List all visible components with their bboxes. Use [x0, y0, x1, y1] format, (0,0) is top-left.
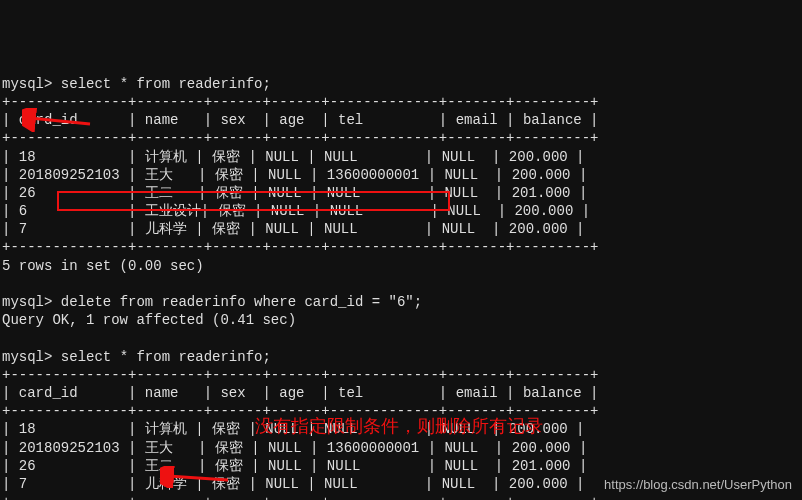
table-sep: +--------------+--------+------+------+-…	[2, 494, 599, 500]
table-row: | 26 | 王二 | 保密 | NULL | NULL | NULL | 20…	[2, 458, 587, 474]
table-row: | 18 | 计算机 | 保密 | NULL | NULL | NULL | 2…	[2, 149, 584, 165]
table-sep: +--------------+--------+------+------+-…	[2, 130, 599, 146]
table-row: | 201809252103 | 王大 | 保密 | NULL | 136000…	[2, 167, 587, 183]
table-row: | 201809252103 | 王大 | 保密 | NULL | 136000…	[2, 440, 587, 456]
sql-select-1: select * from readerinfo;	[61, 76, 271, 92]
table-header: | card_id | name | sex | age | tel | ema…	[2, 112, 599, 128]
table-sep: +--------------+--------+------+------+-…	[2, 367, 599, 383]
prompt: mysql>	[2, 294, 52, 310]
prompt: mysql>	[2, 349, 52, 365]
rows-summary: 5 rows in set (0.00 sec)	[2, 258, 204, 274]
prompt: mysql>	[2, 76, 52, 92]
watermark: https://blog.csdn.net/UserPython	[604, 477, 792, 494]
sql-delete-where: delete from readerinfo where card_id = "…	[61, 294, 422, 310]
table-header: | card_id | name | sex | age | tel | ema…	[2, 385, 599, 401]
table-sep: +--------------+--------+------+------+-…	[2, 239, 599, 255]
sql-select-2: select * from readerinfo;	[61, 349, 271, 365]
table-sep: +--------------+--------+------+------+-…	[2, 94, 599, 110]
table-row: | 6 | 工业设计| 保密 | NULL | NULL | NULL | 20…	[2, 203, 590, 219]
table-row: | 26 | 王二 | 保密 | NULL | NULL | NULL | 20…	[2, 185, 587, 201]
annotation-text: 没有指定限制条件，则删除所有记录	[255, 415, 543, 438]
table-row: | 7 | 儿科学 | 保密 | NULL | NULL | NULL | 20…	[2, 221, 584, 237]
query-result: Query OK, 1 row affected (0.41 sec)	[2, 312, 296, 328]
table-row: | 7 | 儿科学 | 保密 | NULL | NULL | NULL | 20…	[2, 476, 584, 492]
